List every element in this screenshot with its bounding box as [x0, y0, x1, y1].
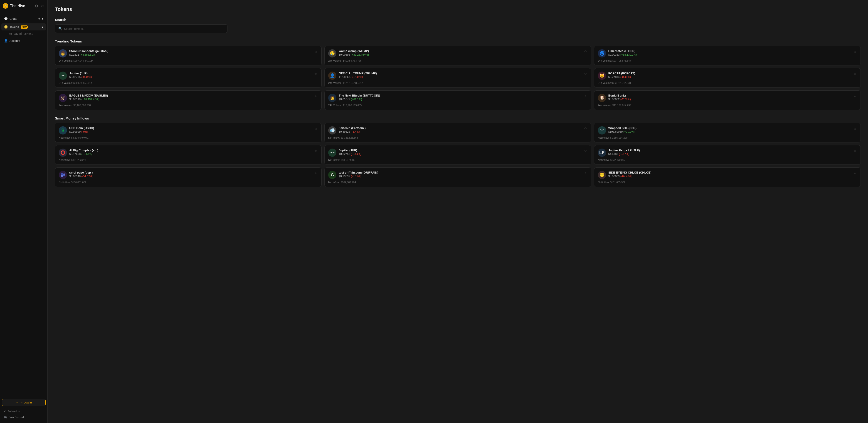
token-info: 🐶 Bonk (Bonk) $0.00002 (-2.28%)	[598, 94, 631, 102]
token-avatar: 👩	[328, 94, 336, 102]
search-input[interactable]	[64, 27, 224, 30]
token-name: Bonk (Bonk)	[608, 94, 631, 98]
volume-label: Net inflow:	[598, 159, 610, 161]
token-card[interactable]: 🌀 Hibernates (HIBER) $0.00383 (+58,130.1…	[594, 46, 861, 65]
token-card[interactable]: LP Jupiter Perps LP (JLP) $4.4185 (-0.17…	[594, 145, 861, 165]
token-card[interactable]: 〰 Jupiter (JUP) $0.82755 (-0.44%) ☆ Net …	[324, 145, 591, 165]
favorite-button[interactable]: ☆	[584, 126, 587, 131]
token-volume: Net inflow: $1,321,825.568	[328, 136, 587, 139]
sidebar-item-account[interactable]: 👤 Account	[1, 37, 46, 44]
token-price: $0.00003 (-69.42%)	[608, 175, 651, 178]
volume-label: 24h Volume:	[598, 82, 612, 84]
token-card[interactable]: G test griffain.com (GRIFFAIN) $0.13632 …	[324, 167, 591, 187]
token-avatar: 👤	[328, 72, 336, 80]
token-card[interactable]: 〰 Wrapped SOL (SOL) $198.69069 (+0.19%) …	[594, 123, 861, 142]
add-chat-button[interactable]: +	[38, 16, 41, 21]
volume-label: 24h Volume:	[59, 104, 73, 107]
token-details: AI Rig Complex (arc) $0.17608 (+3.67%)	[69, 148, 98, 156]
search-section-title: Search	[55, 18, 861, 22]
token-card[interactable]: 🦅 EAGLES MMXXV (EAGLES) $0.00119 (+16,49…	[55, 90, 322, 110]
token-price: $0.00396 (+39,233.54%)	[339, 53, 369, 56]
favorite-button[interactable]: ☆	[853, 126, 857, 131]
volume-label: Net inflow:	[598, 181, 610, 184]
follow-us-link[interactable]: ✕ Follow Us	[2, 408, 45, 414]
sidebar-item-tokens[interactable]: 🪙 Tokens New ▴	[1, 23, 46, 30]
token-details: womp womp (WOMP) $0.00396 (+39,233.54%)	[339, 49, 369, 56]
token-card-top: 🐶 Bonk (Bonk) $0.00002 (-2.28%) ☆	[598, 94, 857, 102]
token-avatar: 🐶	[598, 94, 606, 102]
token-price: $198.69069 (+0.19%)	[608, 130, 637, 133]
token-volume: 24h Volume: $11,127,814.239	[598, 104, 857, 107]
login-button[interactable]: → → Log in	[2, 399, 45, 406]
volume-label: 24h Volume:	[328, 82, 342, 84]
token-volume: Net inflow: $183,674.16	[328, 159, 587, 161]
token-details: EAGLES MMXXV (EAGLES) $0.00119 (+16,491.…	[69, 94, 108, 101]
token-info: 😢 womp womp (WOMP) $0.00396 (+39,233.54%…	[328, 49, 369, 57]
settings-icon[interactable]: ⚙	[34, 3, 39, 9]
token-card[interactable]: 🐶 Bonk (Bonk) $0.00002 (-2.28%) ☆ 24h Vo…	[594, 90, 861, 110]
token-card[interactable]: 😢 womp womp (WOMP) $0.00396 (+39,233.54%…	[324, 46, 591, 65]
token-avatar: 👨	[59, 49, 67, 57]
token-avatar: 😒	[598, 171, 606, 179]
token-details: Hibernates (HIBER) $0.00383 (+58,130.17%…	[608, 49, 638, 56]
token-card[interactable]: 🐱 POPCAT (POPCAT) $0.27814 (-0.49%) ☆ 24…	[594, 68, 861, 88]
follow-label: Follow Us	[8, 410, 20, 413]
search-box: 🔍	[55, 24, 227, 33]
token-price: $0.99999 (-0%)	[69, 130, 94, 133]
token-card[interactable]: 👤 OFFICIAL TRUMP (TRUMP) $15.82667 (-7.4…	[324, 68, 591, 88]
favorite-button[interactable]: ☆	[584, 171, 587, 175]
token-card-top: 〰 Jupiter (JUP) $0.82755 (-0.44%) ☆	[328, 148, 587, 157]
favorite-button[interactable]: ☆	[853, 171, 857, 175]
token-avatar: 〰	[328, 148, 336, 157]
price-change: (-0.44%)	[81, 76, 92, 79]
favorite-button[interactable]: ☆	[584, 49, 587, 54]
token-card-top: 〰 Wrapped SOL (SOL) $198.69069 (+0.19%) …	[598, 126, 857, 135]
search-icon: 🔍	[58, 27, 62, 30]
token-price: $0.82755 (-0.44%)	[339, 152, 361, 156]
sidebar-item-chats[interactable]: 💬 Chats + ▾	[1, 14, 46, 23]
token-card-top: 👩 The Next Bitcoin (BUTTCOIN) $0.01072 (…	[328, 94, 587, 102]
token-card[interactable]: 😒 SIDE EYEING CHLOE (CHLOE) $0.00003 (-6…	[594, 167, 861, 187]
price-change: (+58,130.17%)	[620, 53, 638, 56]
token-card[interactable]: 🫐 smol pepe (pep ) $0.00348 (-51.12%) ☆ …	[55, 167, 322, 187]
token-volume: 24h Volume: $174,419,485.617	[328, 82, 587, 84]
token-card[interactable]: 👨 Stool Prisondente (jailstool) $0.1611 …	[55, 46, 322, 65]
token-details: Wrapped SOL (SOL) $198.69069 (+0.19%)	[608, 126, 637, 133]
token-card-top: 💨 Fartcoin (Fartcoin ) $0.49328 (-6.44%)…	[328, 126, 587, 135]
favorite-button[interactable]: ☆	[853, 49, 857, 54]
token-name: test griffain.com (GRIFFAIN)	[339, 171, 378, 175]
token-info: 〰 Wrapped SOL (SOL) $198.69069 (+0.19%)	[598, 126, 637, 135]
token-card[interactable]: 〰 Jupiter (JUP) $0.82755 (-0.44%) ☆ 24h …	[55, 68, 322, 88]
favorite-button[interactable]: ☆	[314, 94, 318, 98]
token-info: 🌀 Hibernates (HIBER) $0.00383 (+58,130.1…	[598, 49, 638, 57]
favorite-button[interactable]: ☆	[853, 148, 857, 153]
favorite-button[interactable]: ☆	[314, 148, 318, 153]
price-change: (+0.19%)	[623, 130, 634, 133]
favorite-button[interactable]: ☆	[314, 171, 318, 175]
page-title: Tokens	[55, 6, 861, 12]
favorite-button[interactable]: ☆	[584, 72, 587, 76]
join-discord-link[interactable]: 🎮 Join Discord	[2, 414, 45, 420]
favorite-button[interactable]: ☆	[314, 72, 318, 76]
token-price: $0.13632 (-3.31%)	[339, 175, 378, 178]
price-change: (-69.42%)	[620, 175, 632, 178]
layout-icon[interactable]: ▭	[40, 3, 45, 9]
price-change: (-0.44%)	[351, 152, 361, 156]
login-label: → Log in	[20, 401, 32, 404]
token-card[interactable]: 💨 Fartcoin (Fartcoin ) $0.49328 (-6.44%)…	[324, 123, 591, 142]
favorite-button[interactable]: ☆	[853, 72, 857, 76]
token-card[interactable]: 💲 USD Coin (USDC) $0.99999 (-0%) ☆ Net i…	[55, 123, 322, 142]
favorite-button[interactable]: ☆	[584, 148, 587, 153]
nav-item-account-left: 👤 Account	[4, 39, 20, 43]
token-card[interactable]: ⭕ AI Rig Complex (arc) $0.17608 (+3.67%)…	[55, 145, 322, 165]
token-avatar: ⭕	[59, 148, 67, 157]
token-details: USD Coin (USDC) $0.99999 (-0%)	[69, 126, 94, 133]
price-change: (+4,553.51%)	[80, 53, 96, 56]
favorite-button[interactable]: ☆	[314, 126, 318, 131]
token-avatar: LP	[598, 148, 606, 157]
favorite-button[interactable]: ☆	[853, 94, 857, 98]
token-card-top: 〰 Jupiter (JUP) $0.82755 (-0.44%) ☆	[59, 72, 318, 80]
favorite-button[interactable]: ☆	[584, 94, 587, 98]
favorite-button[interactable]: ☆	[314, 49, 318, 54]
token-card[interactable]: 👩 The Next Bitcoin (BUTTCOIN) $0.01072 (…	[324, 90, 591, 110]
